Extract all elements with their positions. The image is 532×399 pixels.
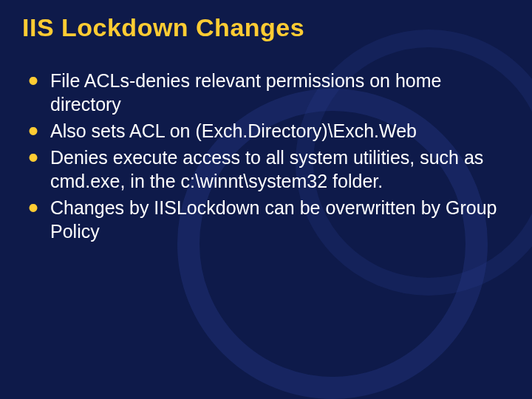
bullet-icon: • bbox=[28, 193, 38, 222]
list-item-text: Also sets ACL on (Exch.Directory)\Exch.W… bbox=[50, 120, 417, 141]
slide-body: • File ACLs-denies relevant permissions … bbox=[0, 42, 532, 243]
list-item-text: Changes by IISLockdown can be overwritte… bbox=[50, 197, 497, 242]
slide: IIS Lockdown Changes • File ACLs-denies … bbox=[0, 0, 532, 399]
bullet-icon: • bbox=[28, 143, 38, 172]
slide-title: IIS Lockdown Changes bbox=[0, 0, 532, 42]
list-item: • Changes by IISLockdown can be overwrit… bbox=[50, 196, 502, 243]
list-item-text: Denies execute access to all system util… bbox=[50, 147, 483, 191]
list-item: • Denies execute access to all system ut… bbox=[50, 146, 502, 193]
list-item: • File ACLs-denies relevant permissions … bbox=[50, 69, 502, 116]
list-item: • Also sets ACL on (Exch.Directory)\Exch… bbox=[50, 119, 502, 143]
list-item-text: File ACLs-denies relevant permissions on… bbox=[50, 70, 441, 115]
bullet-icon: • bbox=[28, 66, 38, 95]
